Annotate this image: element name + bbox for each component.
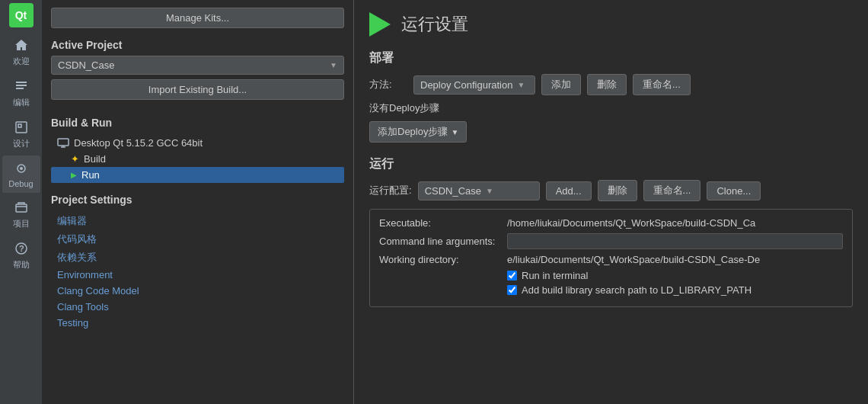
run-label: Run [81, 169, 100, 181]
working-dir-value: e/liukai/Documents/Qt_WorkSpace/build-CS… [507, 254, 843, 265]
kit-item[interactable]: Desktop Qt 5.15.2 GCC 64bit [51, 135, 344, 151]
qt-logo: Qt [9, 3, 34, 27]
manage-kits-button[interactable]: Manage Kits... [51, 8, 344, 28]
method-label: 方法: [369, 78, 407, 91]
add-deploy-step-label: 添加Deploy步骤 [378, 125, 448, 139]
run-config-label: 运行配置: [369, 184, 412, 197]
deploy-method-row: 方法: Deploy Configuration ▼ 添加 删除 重命名... [369, 74, 853, 95]
settings-editor[interactable]: 编辑器 [51, 212, 344, 230]
right-panel: 运行设置 部署 方法: Deploy Configuration ▼ 添加 删除… [354, 0, 868, 404]
sidebar-item-projects-label: 项目 [13, 218, 30, 229]
help-icon: ? [13, 240, 30, 257]
settings-code-style[interactable]: 代码风格 [51, 230, 344, 248]
sidebar-item-edit-label: 编辑 [13, 97, 30, 108]
sidebar-item-debug-label: Debug [8, 179, 33, 188]
executable-value: /home/liukai/Documents/Qt_WorkSpace/buil… [507, 217, 843, 229]
deploy-config-combo[interactable]: Deploy Configuration ▼ [413, 75, 535, 95]
svg-rect-10 [58, 139, 69, 146]
svg-rect-1 [16, 85, 27, 86]
sidebar-item-debug[interactable]: Debug [2, 156, 40, 193]
run-section: 运行 运行配置: CSDN_Case ▼ Add... 删除 重命名... Cl… [369, 156, 853, 307]
run-in-terminal-checkbox[interactable] [507, 271, 517, 281]
svg-text:?: ? [19, 244, 24, 253]
kit-name-label: Desktop Qt 5.15.2 GCC 64bit [74, 137, 203, 149]
run-arrow-icon: ▶ [71, 171, 77, 179]
page-title: 运行设置 [401, 13, 468, 36]
sidebar-item-welcome-label: 欢迎 [13, 56, 30, 67]
sidebar-item-help-label: 帮助 [13, 259, 30, 271]
add-deploy-step-arrow-icon: ▼ [451, 128, 458, 136]
sidebar-item-edit[interactable]: 编辑 [2, 73, 40, 113]
design-icon [13, 119, 30, 136]
build-run-label: Build & Run [51, 117, 344, 129]
projects-icon [13, 199, 30, 216]
project-settings-label: Project Settings [51, 194, 344, 206]
deploy-config-value: Deploy Configuration [420, 79, 512, 91]
sidebar-item-design[interactable]: 设计 [2, 114, 40, 154]
settings-clang-code-model[interactable]: Clang Code Model [51, 283, 344, 299]
settings-clang-tools[interactable]: Clang Tools [51, 299, 344, 315]
build-icon: ✦ [71, 153, 79, 165]
deploy-combo-arrow-icon: ▼ [517, 81, 525, 89]
svg-point-6 [20, 167, 23, 170]
build-label: Build [84, 153, 106, 165]
run-item[interactable]: ▶ Run [51, 167, 344, 183]
combo-arrow-icon: ▼ [330, 61, 337, 69]
run-config-combo[interactable]: CSDN_Case ▼ [418, 181, 540, 200]
svg-rect-0 [16, 82, 27, 83]
deploy-section: 部署 方法: Deploy Configuration ▼ 添加 删除 重命名.… [369, 50, 853, 143]
cmd-args-label: Command line arguments: [379, 236, 501, 247]
home-icon [13, 37, 30, 53]
deploy-rename-button[interactable]: 重命名... [633, 74, 691, 95]
sidebar-item-projects[interactable]: 项目 [2, 194, 40, 234]
sidebar-item-welcome[interactable]: 欢迎 [2, 32, 40, 72]
run-config-value: CSDN_Case [425, 185, 481, 197]
executable-row: Executable: /home/liukai/Documents/Qt_Wo… [379, 217, 843, 229]
sidebar-item-design-label: 设计 [13, 138, 30, 149]
deploy-section-title: 部署 [369, 50, 853, 66]
build-item[interactable]: ✦ Build [51, 151, 344, 167]
play-icon [369, 12, 391, 37]
run-clone-button[interactable]: Clone... [707, 181, 761, 200]
deploy-add-button[interactable]: 添加 [541, 74, 581, 95]
run-details-box: Executable: /home/liukai/Documents/Qt_Wo… [369, 209, 853, 307]
working-dir-label: Working directory: [379, 254, 501, 265]
no-deploy-text: 没有Deploy步骤 [369, 101, 853, 115]
run-add-button[interactable]: Add... [546, 181, 592, 200]
debug-icon [13, 160, 30, 177]
add-lib-search-label: Add build library search path to LD_LIBR… [522, 284, 752, 296]
run-header: 运行设置 [369, 12, 853, 37]
run-delete-button[interactable]: 删除 [598, 180, 637, 201]
svg-rect-2 [16, 88, 24, 89]
add-lib-search-checkbox[interactable] [507, 285, 517, 295]
deploy-delete-button[interactable]: 删除 [587, 74, 627, 95]
import-build-button[interactable]: Import Existing Build... [51, 79, 344, 100]
executable-label: Executable: [379, 217, 501, 229]
settings-environment[interactable]: Environment [51, 267, 344, 283]
sidebar: Qt 欢迎 编辑 设计 [0, 0, 42, 404]
svg-rect-7 [16, 204, 27, 212]
sidebar-item-help[interactable]: ? 帮助 [2, 236, 40, 275]
left-panel: Manage Kits... Active Project CSDN_Case … [42, 0, 354, 404]
run-config-row: 运行配置: CSDN_Case ▼ Add... 删除 重命名... Clone… [369, 180, 853, 201]
edit-icon [13, 78, 30, 95]
run-in-terminal-row: Run in terminal [379, 270, 843, 281]
monitor-icon [57, 138, 69, 148]
run-section-title: 运行 [369, 156, 853, 172]
run-config-combo-arrow-icon: ▼ [486, 187, 493, 195]
run-rename-button[interactable]: 重命名... [643, 180, 701, 201]
run-in-terminal-label: Run in terminal [522, 270, 588, 281]
active-project-label: Active Project [51, 39, 344, 51]
svg-rect-4 [18, 124, 21, 127]
settings-testing[interactable]: Testing [51, 315, 344, 331]
settings-deps[interactable]: 依赖关系 [51, 248, 344, 267]
add-deploy-step-button[interactable]: 添加Deploy步骤 ▼ [369, 121, 467, 143]
project-combo[interactable]: CSDN_Case ▼ [51, 56, 344, 75]
working-dir-row: Working directory: e/liukai/Documents/Qt… [379, 254, 843, 265]
cmd-args-input[interactable] [507, 233, 843, 249]
add-lib-search-row: Add build library search path to LD_LIBR… [379, 284, 843, 296]
cmd-args-row: Command line arguments: [379, 233, 843, 249]
